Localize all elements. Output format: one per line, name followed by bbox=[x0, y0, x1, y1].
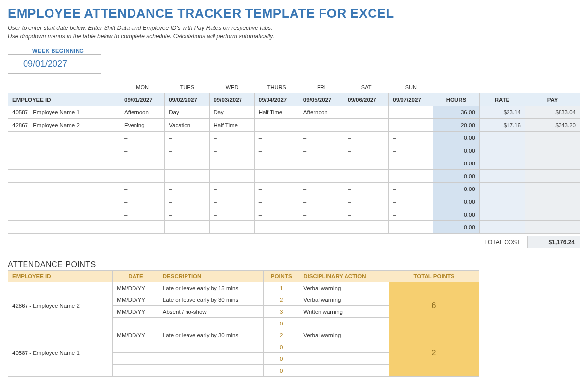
description-cell[interactable]: Late or leave early by 30 mins bbox=[159, 329, 263, 341]
shift-cell[interactable]: – bbox=[165, 208, 210, 221]
shift-cell[interactable]: – bbox=[165, 221, 210, 234]
shift-cell[interactable]: – bbox=[165, 132, 210, 144]
shift-cell[interactable]: – bbox=[254, 132, 299, 144]
shift-cell[interactable]: – bbox=[165, 183, 210, 195]
description-cell[interactable] bbox=[159, 341, 263, 353]
shift-cell[interactable]: – bbox=[389, 132, 433, 144]
employee-id-cell[interactable]: 40587 - Employee Name 1 bbox=[8, 106, 120, 119]
description-cell[interactable]: Late or leave early by 15 mins bbox=[159, 282, 263, 294]
shift-cell[interactable]: – bbox=[299, 157, 344, 170]
disciplinary-cell[interactable]: Verbal warning bbox=[299, 282, 389, 294]
employee-id-cell[interactable] bbox=[8, 157, 120, 170]
shift-cell[interactable]: – bbox=[254, 183, 299, 195]
shift-cell[interactable]: – bbox=[210, 195, 254, 208]
shift-cell[interactable]: – bbox=[254, 157, 299, 170]
shift-cell[interactable]: – bbox=[299, 170, 344, 183]
shift-cell[interactable]: – bbox=[344, 183, 389, 195]
employee-id-cell[interactable] bbox=[8, 208, 120, 221]
shift-cell[interactable]: Half Time bbox=[254, 106, 299, 119]
shift-cell[interactable]: – bbox=[120, 157, 165, 170]
shift-cell[interactable]: – bbox=[389, 144, 433, 157]
employee-id-cell[interactable] bbox=[8, 144, 120, 157]
shift-cell[interactable]: – bbox=[344, 119, 389, 132]
shift-cell[interactable]: – bbox=[389, 106, 433, 119]
description-cell[interactable] bbox=[159, 318, 263, 329]
shift-cell[interactable]: – bbox=[254, 195, 299, 208]
shift-cell[interactable]: – bbox=[210, 183, 254, 195]
shift-cell[interactable]: – bbox=[210, 132, 254, 144]
shift-cell[interactable]: – bbox=[344, 195, 389, 208]
shift-cell[interactable]: – bbox=[344, 132, 389, 144]
shift-cell[interactable]: – bbox=[344, 106, 389, 119]
date-cell[interactable]: MM/DD/YY bbox=[113, 329, 159, 341]
shift-cell[interactable]: – bbox=[120, 132, 165, 144]
date-cell[interactable]: MM/DD/YY bbox=[113, 294, 159, 306]
shift-cell[interactable]: – bbox=[165, 157, 210, 170]
employee-id-cell[interactable]: 42867 - Employee Name 2 bbox=[8, 282, 113, 329]
shift-cell[interactable]: – bbox=[299, 144, 344, 157]
shift-cell[interactable]: – bbox=[299, 208, 344, 221]
shift-cell[interactable]: – bbox=[120, 183, 165, 195]
shift-cell[interactable]: – bbox=[344, 170, 389, 183]
shift-cell[interactable]: – bbox=[344, 221, 389, 234]
shift-cell[interactable]: – bbox=[389, 170, 433, 183]
date-cell[interactable] bbox=[113, 365, 159, 377]
shift-cell[interactable]: – bbox=[254, 144, 299, 157]
employee-id-cell[interactable]: 42867 - Employee Name 2 bbox=[8, 119, 120, 132]
shift-cell[interactable]: – bbox=[120, 170, 165, 183]
shift-cell[interactable]: – bbox=[165, 195, 210, 208]
employee-id-cell[interactable] bbox=[8, 132, 120, 144]
shift-cell[interactable]: Day bbox=[165, 106, 210, 119]
shift-cell[interactable]: – bbox=[254, 119, 299, 132]
disciplinary-cell[interactable] bbox=[299, 353, 389, 365]
shift-cell[interactable]: – bbox=[210, 208, 254, 221]
employee-id-cell[interactable]: 40587 - Employee Name 1 bbox=[8, 329, 113, 377]
employee-id-cell[interactable] bbox=[8, 183, 120, 195]
shift-cell[interactable]: – bbox=[165, 170, 210, 183]
shift-cell[interactable]: – bbox=[389, 157, 433, 170]
shift-cell[interactable]: Day bbox=[210, 106, 254, 119]
disciplinary-cell[interactable]: Verbal warning bbox=[299, 294, 389, 306]
shift-cell[interactable]: – bbox=[299, 119, 344, 132]
disciplinary-cell[interactable]: Verbal warning bbox=[299, 329, 389, 341]
employee-id-cell[interactable] bbox=[8, 195, 120, 208]
shift-cell[interactable]: – bbox=[299, 132, 344, 144]
shift-cell[interactable]: – bbox=[299, 195, 344, 208]
date-cell[interactable]: MM/DD/YY bbox=[113, 306, 159, 318]
description-cell[interactable] bbox=[159, 353, 263, 365]
description-cell[interactable] bbox=[159, 365, 263, 377]
shift-cell[interactable]: – bbox=[210, 221, 254, 234]
employee-id-cell[interactable] bbox=[8, 170, 120, 183]
shift-cell[interactable]: – bbox=[254, 170, 299, 183]
shift-cell[interactable]: – bbox=[389, 119, 433, 132]
week-beginning-input[interactable]: 09/01/2027 bbox=[8, 54, 101, 74]
shift-cell[interactable]: – bbox=[254, 221, 299, 234]
shift-cell[interactable]: – bbox=[344, 144, 389, 157]
shift-cell[interactable]: – bbox=[299, 183, 344, 195]
date-cell[interactable] bbox=[113, 353, 159, 365]
shift-cell[interactable]: – bbox=[120, 221, 165, 234]
shift-cell[interactable]: – bbox=[299, 221, 344, 234]
disciplinary-cell[interactable]: Written warning bbox=[299, 306, 389, 318]
shift-cell[interactable]: – bbox=[389, 221, 433, 234]
date-cell[interactable] bbox=[113, 318, 159, 329]
description-cell[interactable]: Absent / no-show bbox=[159, 306, 263, 318]
shift-cell[interactable]: Evening bbox=[120, 119, 165, 132]
shift-cell[interactable]: – bbox=[389, 208, 433, 221]
shift-cell[interactable]: – bbox=[344, 157, 389, 170]
shift-cell[interactable]: – bbox=[120, 144, 165, 157]
shift-cell[interactable]: – bbox=[389, 183, 433, 195]
disciplinary-cell[interactable] bbox=[299, 365, 389, 377]
employee-id-cell[interactable] bbox=[8, 221, 120, 234]
disciplinary-cell[interactable] bbox=[299, 341, 389, 353]
shift-cell[interactable]: Afternoon bbox=[120, 106, 165, 119]
shift-cell[interactable]: – bbox=[120, 208, 165, 221]
description-cell[interactable]: Late or leave early by 30 mins bbox=[159, 294, 263, 306]
shift-cell[interactable]: Half Time bbox=[210, 119, 254, 132]
shift-cell[interactable]: – bbox=[254, 208, 299, 221]
shift-cell[interactable]: – bbox=[165, 144, 210, 157]
shift-cell[interactable]: Afternoon bbox=[299, 106, 344, 119]
date-cell[interactable] bbox=[113, 341, 159, 353]
shift-cell[interactable]: – bbox=[389, 195, 433, 208]
shift-cell[interactable]: Vacation bbox=[165, 119, 210, 132]
